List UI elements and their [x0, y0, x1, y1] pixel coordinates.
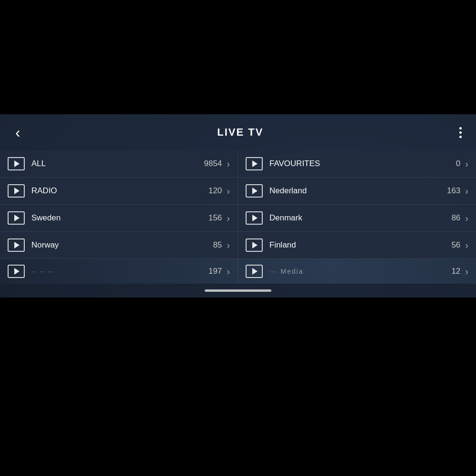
play-icon-blurred-left [8, 265, 25, 278]
category-finland[interactable]: Finland 56 › [238, 232, 476, 259]
category-radio[interactable]: RADIO 120 › [0, 178, 238, 205]
category-grid: ALL 9854 › FAVOURITES 0 › RADIO 120 [0, 150, 476, 259]
category-norway[interactable]: Norway 85 › [0, 232, 238, 259]
chevron-blurred-left: › [227, 266, 230, 277]
black-bar-bottom [0, 298, 476, 476]
play-icon-nederland [246, 184, 263, 198]
category-count-blurred-left: 197 [208, 267, 222, 276]
category-count-norway: 85 [213, 240, 222, 250]
category-name-all: ALL [31, 159, 204, 169]
category-name-blurred-left: ·· ·· ·· [31, 268, 208, 275]
more-dot-2 [459, 131, 462, 134]
category-name-favourites: FAVOURITES [269, 159, 456, 169]
chevron-finland: › [465, 240, 468, 251]
play-icon-all [8, 157, 25, 170]
category-count-finland: 56 [451, 240, 460, 250]
back-button[interactable]: ‹ [10, 123, 25, 142]
chevron-radio: › [227, 186, 230, 197]
chevron-sweden: › [227, 213, 230, 224]
category-name-sweden: Sweden [31, 213, 208, 223]
play-triangle-sweden [14, 215, 20, 221]
category-count-favourites: 0 [456, 159, 460, 169]
category-count-all: 9854 [204, 159, 222, 169]
category-name-blurred-right: ··· Media [269, 268, 451, 275]
category-denmark[interactable]: Denmark 86 › [238, 205, 476, 232]
category-name-radio: RADIO [31, 186, 208, 196]
play-triangle-favourites [252, 160, 258, 167]
chevron-denmark: › [465, 213, 468, 224]
content-area: ‹ LIVE TV ALL 9854 › [0, 114, 476, 298]
category-name-norway: Norway [31, 240, 213, 250]
category-nederland[interactable]: Nederland 163 › [238, 178, 476, 205]
chevron-favourites: › [465, 159, 468, 169]
home-bar [205, 289, 271, 292]
category-name-nederland: Nederland [269, 186, 447, 196]
play-triangle-nederland [252, 188, 258, 194]
partial-row: ·· ·· ·· 197 › ··· Media 12 › [0, 259, 476, 284]
play-icon-favourites [246, 157, 263, 170]
page-title: LIVE TV [217, 126, 263, 139]
category-count-blurred-right: 12 [451, 267, 460, 276]
header: ‹ LIVE TV [0, 114, 476, 150]
play-triangle-blurred-right [252, 268, 258, 275]
more-button[interactable] [456, 123, 466, 142]
category-all[interactable]: ALL 9854 › [0, 150, 238, 178]
play-icon-finland [246, 238, 263, 252]
more-dot-1 [459, 127, 462, 129]
more-dot-3 [459, 136, 462, 138]
play-icon-sweden [8, 211, 25, 225]
category-count-sweden: 156 [208, 213, 222, 223]
play-triangle-all [14, 160, 20, 167]
play-triangle-blurred-left [14, 268, 20, 275]
category-count-denmark: 86 [451, 213, 460, 223]
play-triangle-radio [14, 188, 20, 194]
black-bar-top [0, 0, 476, 114]
play-icon-norway [8, 238, 25, 252]
home-indicator [0, 284, 476, 298]
category-sweden[interactable]: Sweden 156 › [0, 205, 238, 232]
chevron-norway: › [227, 240, 230, 251]
play-icon-radio [8, 184, 25, 198]
play-icon-denmark [246, 211, 263, 225]
screen: ‹ LIVE TV ALL 9854 › [0, 0, 476, 476]
play-triangle-finland [252, 242, 258, 248]
play-triangle-denmark [252, 215, 258, 221]
chevron-all: › [227, 159, 230, 169]
category-blurred-left[interactable]: ·· ·· ·· 197 › [0, 259, 238, 284]
play-icon-blurred-right [246, 265, 263, 278]
category-name-finland: Finland [269, 240, 451, 250]
chevron-blurred-right: › [465, 266, 468, 277]
category-count-radio: 120 [208, 186, 222, 196]
back-icon: ‹ [15, 124, 20, 141]
category-count-nederland: 163 [447, 186, 460, 196]
category-name-denmark: Denmark [269, 213, 451, 223]
category-blurred-right[interactable]: ··· Media 12 › [238, 259, 476, 284]
category-favourites[interactable]: FAVOURITES 0 › [238, 150, 476, 178]
chevron-nederland: › [465, 186, 468, 197]
play-triangle-norway [14, 242, 20, 248]
